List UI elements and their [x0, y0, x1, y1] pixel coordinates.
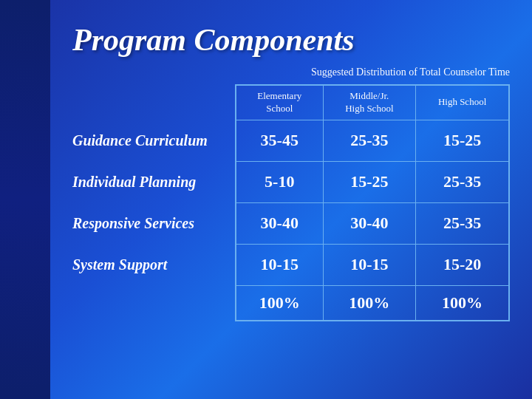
label-responsive: Responsive Services: [72, 202, 220, 244]
cell-total-elem: 100%: [236, 285, 323, 321]
table-row-total: 100% 100% 100%: [236, 285, 509, 321]
cell-guidance-high: 15-25: [416, 120, 509, 161]
label-individual: Individual Planning: [72, 161, 220, 202]
cell-individual-mid: 15-25: [323, 161, 416, 202]
distribution-table: ElementarySchool Middle/Jr.High School H…: [235, 84, 510, 321]
table-row: 35-45 25-35 15-25: [236, 120, 509, 161]
left-decoration: [0, 0, 50, 399]
cell-individual-high: 25-35: [416, 161, 509, 202]
cell-responsive-high: 25-35: [416, 202, 509, 244]
table-row: 30-40 30-40 25-35: [236, 202, 509, 244]
main-layout: Guidance Curriculum Individual Planning …: [72, 84, 510, 321]
header-elementary: ElementarySchool: [236, 85, 323, 120]
main-content: Program Components Suggested Distributio…: [50, 0, 532, 399]
cell-system-high: 15-20: [416, 244, 509, 285]
header-high: High School: [416, 85, 509, 120]
cell-responsive-mid: 30-40: [323, 202, 416, 244]
subtitle: Suggested Distribution of Total Counselo…: [72, 66, 510, 78]
cell-guidance-elem: 35-45: [236, 120, 323, 161]
cell-system-mid: 10-15: [323, 244, 416, 285]
table-row: 5-10 15-25 25-35: [236, 161, 509, 202]
cell-individual-elem: 5-10: [236, 161, 323, 202]
table-row: 10-15 10-15 15-20: [236, 244, 509, 285]
cell-guidance-mid: 25-35: [323, 120, 416, 161]
label-guidance: Guidance Curriculum: [72, 120, 220, 161]
label-total: [72, 285, 220, 321]
cell-total-high: 100%: [416, 285, 509, 321]
label-system: System Support: [72, 244, 220, 285]
page-title: Program Components: [72, 22, 510, 58]
cell-total-mid: 100%: [323, 285, 416, 321]
cell-responsive-elem: 30-40: [236, 202, 323, 244]
row-labels: Guidance Curriculum Individual Planning …: [72, 84, 220, 321]
header-middle: Middle/Jr.High School: [323, 85, 416, 120]
cell-system-elem: 10-15: [236, 244, 323, 285]
table-container: ElementarySchool Middle/Jr.High School H…: [235, 84, 510, 321]
